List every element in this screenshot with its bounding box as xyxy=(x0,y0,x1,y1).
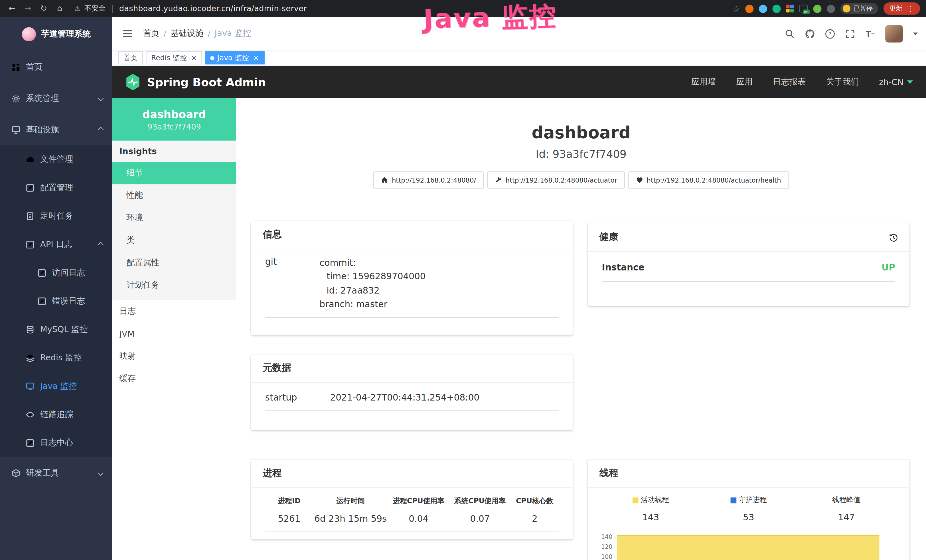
extension-icon-blue[interactable] xyxy=(759,5,767,13)
sba-logo-icon xyxy=(125,73,141,91)
hamburger-icon[interactable] xyxy=(120,28,135,39)
threads-area-chart: 140 120 100 xyxy=(597,530,892,560)
app-logo[interactable]: 芋道管理系统 xyxy=(0,17,112,51)
security-label[interactable]: 不安全 xyxy=(85,3,106,14)
avatar-caret-icon[interactable] xyxy=(913,32,918,35)
svg-text:T: T xyxy=(871,32,875,38)
metadata-card: 元数据 startup 2021-04-27T00:44:31.254+08:0… xyxy=(251,354,573,430)
sba-header: Spring Boot Admin 应用墙 应用 日志报表 关于我们 zh-CN xyxy=(112,66,926,98)
refresh-icon[interactable]: ↻ xyxy=(38,0,50,17)
metadata-startup-row: startup 2021-04-27T00:44:31.254+08:00 xyxy=(265,383,559,410)
sba-nav-applications[interactable]: 应用 xyxy=(736,77,753,87)
search-icon[interactable] xyxy=(785,29,795,38)
back-icon[interactable]: ← xyxy=(6,0,18,17)
sidebar-item-label: Redis 监控 xyxy=(40,353,82,363)
sidebar-item-label: 错误日志 xyxy=(52,296,85,306)
app-logo-image xyxy=(22,27,36,41)
column-header: CPU核心数 xyxy=(511,490,559,509)
service-url-button[interactable]: http://192.168.0.2:48080/ xyxy=(374,171,484,189)
sba-nav: 应用墙 应用 日志报表 关于我们 zh-CN xyxy=(671,77,913,87)
sba-language-label: zh-CN xyxy=(879,77,903,87)
font-size-icon[interactable]: TT xyxy=(865,29,875,38)
fullscreen-icon[interactable] xyxy=(845,29,855,38)
sba-item-jvm[interactable]: JVM xyxy=(112,322,236,345)
url-bar[interactable]: dashboard.yudao.iocoder.cn/infra/admin-s… xyxy=(119,4,307,13)
threads-legend: 活动线程 143 守护进程 53 线程峰值 147 xyxy=(602,495,895,523)
extension-icon-leaf[interactable] xyxy=(813,5,822,13)
sidebar-item-link-tracing[interactable]: 链路追踪 xyxy=(0,401,112,429)
heart-icon xyxy=(636,177,643,184)
extension-icon-gray[interactable] xyxy=(827,5,835,13)
workspaces-icon[interactable] xyxy=(786,5,794,12)
sidebar-item-file-management[interactable]: 文件管理 xyxy=(0,145,112,173)
chrome-update-button[interactable]: 更新⋮ xyxy=(884,2,920,15)
sba-instance-header[interactable]: dashboard 93a3fc7f7409 xyxy=(112,98,236,141)
forward-icon[interactable]: → xyxy=(22,0,34,17)
sba-item-environment[interactable]: 环境 xyxy=(112,207,236,229)
tab-close-icon[interactable] xyxy=(252,54,259,62)
sba-item-details[interactable]: 细节 xyxy=(112,162,236,184)
breadcrumb-infrastructure[interactable]: 基础设施 xyxy=(171,28,204,39)
sba-nav-wallboard[interactable]: 应用墙 xyxy=(691,77,716,87)
metadata-value: 2021-04-27T00:44:31.254+08:00 xyxy=(330,392,559,403)
layers-icon xyxy=(26,354,34,362)
tab-label: Java 监控 xyxy=(218,53,249,63)
legend-label: 线程峰值 xyxy=(832,495,860,505)
tab-home[interactable]: 首页 xyxy=(118,51,143,65)
browser-chrome: ← → ↻ ⌂ ⚠ 不安全 dashboard.yudao.iocoder.cn… xyxy=(0,0,926,17)
sba-nav-journal[interactable]: 日志报表 xyxy=(773,77,806,87)
sidebar-item-java-monitor[interactable]: Java 监控 xyxy=(0,372,112,401)
sba-nav-about[interactable]: 关于我们 xyxy=(826,77,859,87)
bookmark-star-icon[interactable]: ☆ xyxy=(732,4,740,13)
profile-paused-badge[interactable]: 已暂停 xyxy=(840,3,878,14)
sidebar-item-dev-tools[interactable]: 研发工具 xyxy=(0,457,112,489)
sba-language-select[interactable]: zh-CN xyxy=(879,77,913,87)
sba-item-mappings[interactable]: 映射 xyxy=(112,345,236,368)
sba-item-metrics[interactable]: 性能 xyxy=(112,184,236,207)
extension-icon-orange[interactable] xyxy=(745,5,754,13)
tab-redis-monitor[interactable]: Redis 监控 xyxy=(146,51,202,65)
sba-item-scheduled-tasks[interactable]: 计划任务 xyxy=(112,274,236,297)
sidebar-item-scheduled-tasks[interactable]: 定时任务 xyxy=(0,202,112,230)
browser-menu-icon[interactable]: ⋮ xyxy=(907,5,914,13)
extension-icon-green[interactable] xyxy=(773,5,781,13)
sba-item-classes[interactable]: 类 xyxy=(112,229,236,251)
sidebar-item-log-center[interactable]: 日志中心 xyxy=(0,429,112,457)
sidebar-item-error-logs[interactable]: 错误日志 xyxy=(0,287,112,315)
sba-group-title: Insights xyxy=(112,141,236,162)
sidebar-item-label: 首页 xyxy=(26,62,42,72)
sba-item-caches[interactable]: 缓存 xyxy=(112,368,236,390)
tab-label: Redis 监控 xyxy=(151,53,187,63)
sba-brand[interactable]: Spring Boot Admin xyxy=(125,73,266,91)
sidebar-item-mysql-monitor[interactable]: MySQL 监控 xyxy=(0,316,112,344)
sidebar-item-config-management[interactable]: 配置管理 xyxy=(0,174,112,202)
legend-value: 143 xyxy=(602,512,699,523)
extension-on-badge[interactable]: on xyxy=(799,5,808,12)
infrastructure-submenu: 文件管理 配置管理 定时任务 API 日志 访问日志 错误日志 MySQL 监控… xyxy=(0,145,112,457)
tab-java-monitor[interactable]: Java 监控 xyxy=(205,51,264,65)
sba-item-logfile[interactable]: 日志 xyxy=(112,300,236,322)
sidebar-item-system-management[interactable]: 系统管理 xyxy=(0,83,112,114)
breadcrumb-home[interactable]: 首页 xyxy=(143,28,159,39)
user-avatar[interactable] xyxy=(885,25,903,42)
sidebar-item-home[interactable]: 首页 xyxy=(0,51,112,83)
sidebar-item-label: 访问日志 xyxy=(52,268,85,278)
sidebar-item-access-logs[interactable]: 访问日志 xyxy=(0,259,112,287)
github-icon[interactable] xyxy=(805,29,815,38)
process-pid: 5261 xyxy=(265,509,313,531)
sidebar-item-infrastructure[interactable]: 基础设施 xyxy=(0,114,112,145)
health-card: 健康 Instance UP xyxy=(587,223,909,306)
history-icon[interactable] xyxy=(888,233,897,242)
sidebar-item-label: MySQL 监控 xyxy=(40,324,88,335)
help-icon[interactable]: ? xyxy=(825,29,835,38)
sidebar-item-api-logs[interactable]: API 日志 xyxy=(0,230,112,259)
sba-item-configprops[interactable]: 配置属性 xyxy=(112,251,236,274)
browser-home-icon[interactable]: ⌂ xyxy=(54,0,65,17)
health-url-button[interactable]: http://192.168.0.2:48080/actuator/health xyxy=(628,171,788,189)
tab-close-icon[interactable] xyxy=(190,54,197,62)
git-branch-line: branch: master xyxy=(319,298,559,311)
actuator-url-button[interactable]: http://192.168.0.2:48080/actuator xyxy=(487,171,625,189)
legend-live-threads: 活动线程 143 xyxy=(602,495,699,523)
sidebar-item-redis-monitor[interactable]: Redis 监控 xyxy=(0,344,112,372)
git-id-line: id: 27aa832 xyxy=(319,284,559,298)
